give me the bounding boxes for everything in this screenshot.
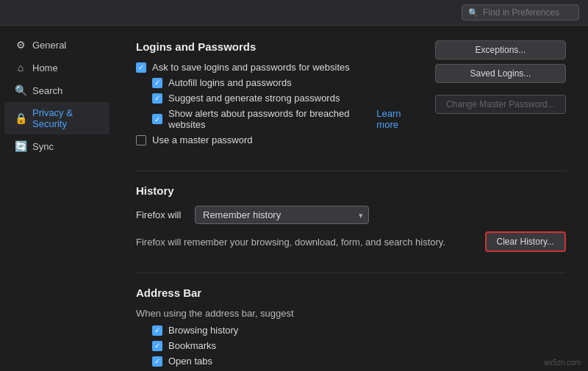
watermark: wx5zn.com — [544, 359, 581, 367]
checkbox-row-browsing-history: ✓ Browsing history — [136, 325, 566, 336]
checkbox-row-autofill: ✓ Autofill logins and passwords — [136, 77, 420, 88]
exceptions-button[interactable]: Exceptions... — [435, 40, 566, 60]
checkbox-row-alerts: ✓ Show alerts about passwords for breach… — [136, 108, 420, 130]
history-title: History — [136, 184, 566, 197]
sidebar-item-general[interactable]: ⚙ General — [4, 34, 110, 56]
addressbar-title: Address Bar — [136, 287, 566, 299]
checkbox-row-suggest: ✓ Suggest and generate strong passwords — [136, 93, 420, 104]
addressbar-subtitle: When using the address bar, suggest — [136, 308, 566, 319]
label-save-logins: Ask to save logins and passwords for web… — [152, 62, 350, 73]
main-content: ⚙ General ⌂ Home 🔍 Search 🔒 Privacy & Se… — [0, 26, 588, 371]
search-icon: 🔍 — [468, 8, 478, 18]
checkbox-row-bookmarks: ✓ Bookmarks — [136, 340, 566, 351]
check-suggest[interactable]: ✓ — [152, 93, 162, 104]
check-open-tabs[interactable]: ✓ — [152, 356, 162, 367]
logins-title: Logins and Passwords — [136, 40, 420, 53]
sync-icon: 🔄 — [15, 140, 26, 152]
history-select[interactable]: Remember history Never remember history … — [195, 206, 369, 224]
checkbox-row-master: Use a master password — [136, 134, 420, 145]
find-in-preferences-input[interactable] — [483, 7, 573, 18]
settings-content: Logins and Passwords ✓ Ask to save login… — [114, 26, 588, 371]
history-select-wrapper[interactable]: Remember history Never remember history … — [195, 206, 369, 224]
label-master: Use a master password — [152, 134, 253, 145]
check-bookmarks[interactable]: ✓ — [152, 341, 162, 351]
divider-2 — [136, 273, 566, 273]
general-icon: ⚙ — [15, 39, 26, 51]
check-master[interactable] — [136, 135, 146, 145]
label-bookmarks: Bookmarks — [168, 340, 216, 351]
check-browsing-history[interactable]: ✓ — [152, 325, 162, 336]
find-in-preferences-box[interactable]: 🔍 — [462, 4, 579, 21]
divider-1 — [136, 170, 566, 171]
sidebar-label-search: Search — [32, 85, 62, 96]
learn-more-link[interactable]: Learn more — [376, 108, 420, 130]
checkbox-row-open-tabs: ✓ Open tabs — [136, 356, 566, 367]
label-suggest: Suggest and generate strong passwords — [168, 93, 340, 104]
check-alerts[interactable]: ✓ — [152, 114, 162, 124]
sidebar-item-search[interactable]: 🔍 Search — [4, 79, 110, 101]
sidebar-item-privacy[interactable]: 🔒 Privacy & Security — [4, 102, 110, 134]
history-description: Firefox will remember your browsing, dow… — [136, 237, 475, 248]
saved-logins-button[interactable]: Saved Logins... — [435, 64, 566, 83]
sidebar-label-home: Home — [32, 62, 58, 73]
history-section: History Firefox will Remember history Ne… — [136, 184, 566, 252]
logins-buttons: Exceptions... Saved Logins... Change Mas… — [435, 40, 566, 150]
logins-section: Logins and Passwords ✓ Ask to save login… — [136, 40, 566, 150]
check-autofill[interactable]: ✓ — [152, 78, 162, 88]
clear-history-button[interactable]: Clear History... — [485, 231, 566, 252]
search-sidebar-icon: 🔍 — [15, 84, 26, 96]
home-icon: ⌂ — [15, 62, 26, 73]
sidebar-item-home[interactable]: ⌂ Home — [4, 57, 110, 79]
history-select-row: Firefox will Remember history Never reme… — [136, 206, 566, 224]
sidebar-label-sync: Sync — [32, 141, 54, 152]
sidebar-item-sync[interactable]: 🔄 Sync — [4, 135, 110, 157]
history-desc-row: Firefox will remember your browsing, dow… — [136, 231, 566, 252]
check-save-logins[interactable]: ✓ — [136, 62, 146, 73]
top-bar: 🔍 — [0, 0, 588, 26]
label-alerts: Show alerts about passwords for breached… — [168, 108, 366, 130]
addressbar-section: Address Bar When using the address bar, … — [136, 287, 566, 371]
label-autofill: Autofill logins and passwords — [168, 77, 292, 88]
firefox-will-label: Firefox will — [136, 209, 187, 220]
sidebar: ⚙ General ⌂ Home 🔍 Search 🔒 Privacy & Se… — [0, 26, 114, 371]
sidebar-label-general: General — [32, 40, 66, 51]
label-open-tabs: Open tabs — [168, 356, 212, 367]
checkbox-row-save-logins: ✓ Ask to save logins and passwords for w… — [136, 62, 420, 73]
privacy-icon: 🔒 — [15, 112, 26, 124]
sidebar-label-privacy: Privacy & Security — [32, 107, 99, 129]
label-browsing-history: Browsing history — [168, 325, 238, 336]
change-master-password-button[interactable]: Change Master Password... — [435, 95, 566, 114]
